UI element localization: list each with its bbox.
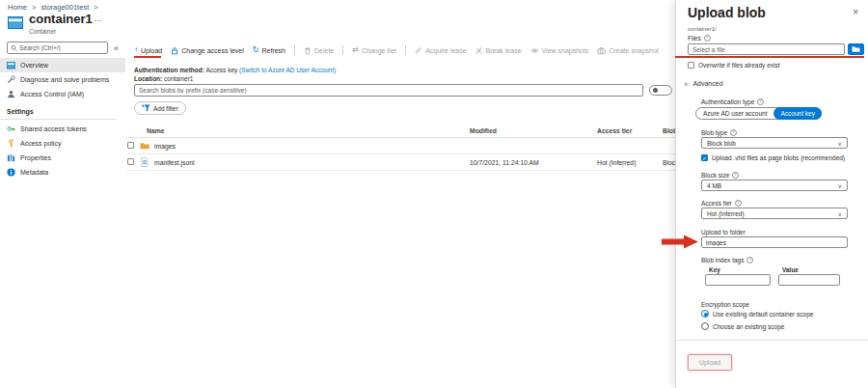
toolbar-label: Break lease: [486, 47, 522, 54]
toolbar-label: Delete: [314, 47, 334, 54]
close-icon[interactable]: ×: [853, 7, 858, 17]
toolbar-separator: [405, 45, 406, 55]
switch-auth-link[interactable]: (Switch to Azure AD User Account): [239, 67, 336, 73]
tag-value-input[interactable]: [783, 277, 835, 284]
file-picker-field: [688, 43, 845, 55]
change-access-level-button[interactable]: Change access level: [171, 46, 244, 55]
panel-subtitle: container1/: [688, 26, 717, 32]
panel-title: Upload blob: [688, 5, 766, 20]
panel-upload-button[interactable]: Upload: [688, 354, 732, 371]
break-lease-button[interactable]: Break lease: [475, 46, 522, 55]
blob-search-input[interactable]: [139, 87, 638, 94]
create-snapshot-button[interactable]: Create snapshot: [597, 46, 658, 55]
refresh-button[interactable]: ↻ Refresh: [253, 46, 285, 54]
container-icon: [7, 61, 15, 69]
divider: [0, 119, 117, 120]
table-row[interactable]: manifest.jsonl 10/7/2021, 11:24:10 AM Ho…: [126, 154, 675, 171]
change-tier-button[interactable]: ⇄ Change tier: [352, 46, 396, 54]
column-header-access-tier[interactable]: Access tier: [597, 127, 632, 134]
sidebar-item-properties[interactable]: Properties: [0, 151, 125, 165]
table-row[interactable]: images: [126, 138, 675, 154]
chevron-up-icon: ∧: [684, 80, 688, 87]
auth-method-value: Access key: [205, 67, 237, 73]
breadcrumb-storage-account[interactable]: storage001test: [41, 3, 90, 12]
upload-button[interactable]: ↑ Upload: [134, 46, 162, 54]
acquire-lease-button[interactable]: Acquire lease: [415, 46, 466, 55]
advanced-expander[interactable]: ∧ Advanced: [684, 80, 723, 87]
row-checkbox[interactable]: [127, 142, 134, 149]
toolbar-separator: [294, 45, 295, 55]
upload-to-folder-label: Upload to folder: [701, 229, 746, 236]
info-icon: i: [735, 200, 742, 207]
info-lines: Authentication method: Access key (Switc…: [134, 67, 336, 83]
location-value: container1: [164, 75, 193, 82]
container-icon: [8, 15, 23, 29]
sidebar-nav: Overview Diagnose and solve problems Acc…: [0, 58, 125, 180]
table-header: Name Modified Access tier Blob type: [126, 124, 675, 138]
sidebar-item-access-control[interactable]: Access Control (IAM): [0, 87, 125, 101]
page-subtitle: Container: [29, 28, 56, 35]
blob-search-box: [134, 84, 643, 97]
overwrite-row: Overwrite if files already exist: [688, 62, 780, 69]
block-size-select[interactable]: 4 MB ∨: [701, 180, 848, 191]
file-picker-input[interactable]: [692, 46, 840, 53]
block-size-label: Block size i: [701, 172, 739, 179]
red-underline-annotation: [134, 56, 161, 58]
blob-name-link[interactable]: manifest.jsonl: [154, 159, 195, 166]
auth-option-azure-ad[interactable]: Azure AD user account: [696, 110, 773, 117]
column-header-name[interactable]: Name: [147, 127, 165, 134]
sidebar-item-metadata[interactable]: Metadata: [0, 165, 125, 180]
column-header-modified[interactable]: Modified: [470, 127, 497, 134]
toolbar-separator: [342, 45, 343, 55]
breadcrumb-home[interactable]: Home: [8, 3, 27, 12]
show-deleted-toggle[interactable]: [649, 85, 672, 96]
sidebar-search-input[interactable]: [19, 44, 104, 51]
vhd-label: Upload .vhd files as page blobs (recomme…: [712, 154, 845, 161]
red-underline-annotation: [675, 56, 864, 58]
add-filter-button[interactable]: Add filter: [134, 101, 186, 115]
sidebar-item-overview[interactable]: Overview: [0, 58, 125, 72]
overwrite-checkbox[interactable]: [688, 62, 694, 69]
info-icon: [7, 168, 15, 177]
auth-option-account-key[interactable]: Account key: [773, 107, 821, 120]
upload-blob-panel: Upload blob × container1/ Files i Overwr…: [675, 0, 868, 388]
blob-type-select[interactable]: Block blob ∨: [701, 137, 848, 149]
sidebar-item-diagnose[interactable]: Diagnose and solve problems: [0, 72, 125, 87]
toolbar-label: Acquire lease: [425, 47, 466, 54]
info-icon: i: [757, 98, 764, 105]
tags-key-header: Key: [709, 266, 720, 273]
tag-key-input[interactable]: [710, 277, 766, 284]
sidebar-item-label: Access Control (IAM): [20, 91, 84, 97]
more-menu-icon[interactable]: …: [94, 14, 102, 23]
view-snapshots-button[interactable]: View snapshots: [530, 46, 589, 55]
encryption-option-default[interactable]: Use existing default container scope: [701, 310, 813, 318]
toggle-knob: [653, 88, 658, 93]
blob-access-tier: Hot (Inferred): [597, 159, 636, 166]
eye-icon: [530, 46, 539, 55]
sidebar-item-label: Access policy: [20, 140, 61, 147]
sidebar-item-shared-access-tokens[interactable]: Shared access tokens: [0, 122, 125, 136]
upload-to-folder-input[interactable]: [706, 239, 843, 246]
upload-to-folder-field: [701, 236, 848, 248]
command-bar: ↑ Upload Change access level ↻ Refresh D…: [134, 43, 659, 57]
blob-name-link[interactable]: images: [154, 143, 176, 150]
access-tier-value: Hot (Inferred): [707, 210, 745, 217]
break-lease-pen-icon: [475, 46, 483, 55]
access-tier-select[interactable]: Hot (Inferred) ∨: [701, 208, 848, 219]
row-checkbox[interactable]: [127, 158, 134, 165]
toolbar-label: Change access level: [181, 47, 244, 54]
toolbar-label: Change tier: [362, 47, 396, 54]
vhd-checkbox[interactable]: ✓: [701, 154, 708, 161]
browse-files-button[interactable]: [848, 43, 864, 55]
encryption-option-choose[interactable]: Choose an existing scope: [701, 322, 784, 330]
azure-portal-container-blade: Home > storage001test > container1 … Con…: [0, 0, 868, 388]
collapse-sidebar-icon[interactable]: «: [114, 43, 119, 53]
radio-unselected[interactable]: [701, 322, 709, 330]
red-arrow-annotation: [662, 235, 698, 249]
sidebar-item-access-policy[interactable]: Access policy: [0, 136, 125, 151]
key-icon: [7, 139, 15, 148]
info-icon: i: [704, 35, 711, 42]
advanced-label: Advanced: [692, 80, 722, 87]
radio-selected[interactable]: [701, 310, 709, 318]
delete-button[interactable]: Delete: [304, 46, 334, 55]
